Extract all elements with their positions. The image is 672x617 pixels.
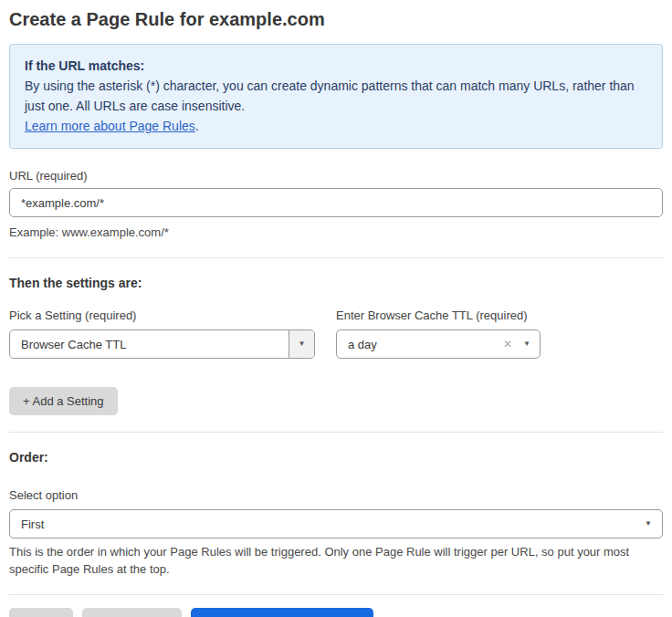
order-section-heading: Order: — [9, 450, 663, 465]
setting-picker-select[interactable]: Browser Cache TTL ▼ — [9, 329, 315, 359]
settings-row: Pick a Setting (required) Browser Cache … — [9, 308, 663, 359]
url-field-label: URL (required) — [9, 169, 663, 183]
info-box-link-line: Learn more about Page Rules. — [25, 116, 647, 136]
order-select-label: Select option — [9, 488, 663, 502]
save-as-draft-button[interactable]: Save as Draft — [82, 608, 182, 617]
info-box-body: By using the asterisk (*) character, you… — [25, 76, 647, 116]
order-helper-text: This is the order in which your Page Rul… — [9, 543, 663, 578]
footer-actions: Cancel Save as Draft Save and Deploy Pag… — [9, 608, 663, 617]
ttl-picker-column: Enter Browser Cache TTL (required) a day… — [336, 308, 541, 359]
info-box-heading: If the URL matches: — [25, 56, 647, 76]
link-suffix: . — [195, 119, 199, 133]
add-setting-button[interactable]: + Add a Setting — [9, 387, 118, 415]
settings-section-heading: Then the settings are: — [9, 276, 663, 290]
learn-more-link[interactable]: Learn more about Page Rules — [25, 119, 195, 133]
url-example-helper: Example: www.example.com/* — [9, 224, 663, 241]
divider — [9, 432, 663, 433]
chevron-down-icon: ▼ — [299, 340, 306, 348]
ttl-combobox[interactable]: a day ✕ ▼ — [336, 329, 541, 359]
ttl-combobox-value: a day — [337, 338, 499, 351]
setting-picker-label: Pick a Setting (required) — [9, 308, 315, 322]
clear-icon[interactable]: ✕ — [499, 336, 516, 352]
setting-picker-value: Browser Cache TTL — [10, 338, 289, 351]
divider — [9, 594, 663, 595]
page-rule-form: Create a Page Rule for example.com If th… — [0, 0, 672, 617]
cancel-button[interactable]: Cancel — [9, 608, 73, 617]
divider — [9, 257, 663, 258]
ttl-picker-label: Enter Browser Cache TTL (required) — [336, 308, 541, 322]
combo-chevron-wrap[interactable]: ▼ — [516, 339, 540, 350]
order-select[interactable]: First ▼ — [9, 509, 663, 539]
chevron-down-icon: ▼ — [523, 340, 530, 348]
order-chevron-wrap: ▼ — [635, 520, 662, 528]
url-match-info-box: If the URL matches: By using the asteris… — [9, 44, 663, 149]
order-select-value: First — [10, 518, 635, 531]
select-arrow-segment: ▼ — [289, 330, 314, 358]
page-title: Create a Page Rule for example.com — [9, 7, 663, 31]
save-and-deploy-button[interactable]: Save and Deploy Page Rule — [191, 608, 373, 617]
url-input[interactable] — [9, 188, 663, 217]
setting-picker-column: Pick a Setting (required) Browser Cache … — [9, 308, 315, 359]
chevron-down-icon: ▼ — [645, 520, 652, 528]
